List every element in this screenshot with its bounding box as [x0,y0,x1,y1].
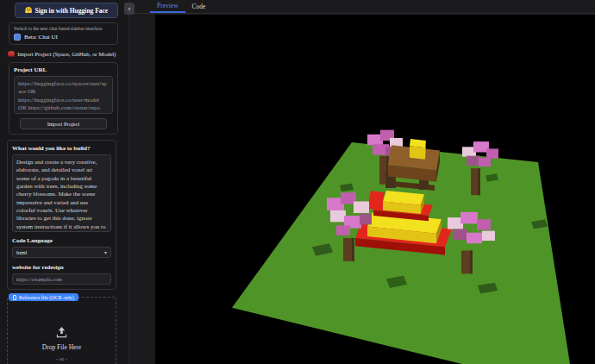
project-url-label: Project URL [14,66,113,73]
toolbox-icon: 🧰 [8,50,15,57]
chevron-down-icon: ▾ [104,249,107,255]
drop-or-text: - or - [56,355,67,361]
reference-file-badge[interactable]: Reference file (OCR only) [9,293,78,301]
file-dropzone[interactable]: Drop File Here - or - Click to Upload [7,297,116,364]
sidebar: 🤗 Sign in with Hugging Face Switch to th… [0,0,129,364]
sidebar-collapse-button[interactable]: ‹ [124,3,135,15]
main-area: Preview Code [129,0,595,364]
project-url-input[interactable] [14,76,113,114]
import-project-button[interactable]: Import Project [20,118,107,129]
build-group: What would you like to build? Design and… [7,140,116,290]
import-project-heading: 🧰 Import Project (Space, GitHub, or Mode… [8,50,120,57]
tab-code[interactable]: Code [185,0,213,13]
reference-file-section: Reference file (OCR only) Drop File Here… [7,297,116,364]
code-language-select[interactable]: html ▾ [12,247,111,258]
build-label: What would you like to build? [12,145,111,152]
redesign-url-input[interactable] [12,273,111,285]
file-icon [13,295,16,300]
reference-badge-label: Reference file (OCR only) [19,295,74,300]
code-language-label: Code Language [12,237,111,244]
build-prompt-input[interactable]: Design and create a very creative, elabo… [12,154,111,232]
upload-icon [55,327,68,338]
tab-bar: Preview Code [129,0,595,14]
beta-label: Beta: Chat UI [24,34,58,41]
tab-preview[interactable]: Preview [150,0,185,13]
signin-label: Sign in with Hugging Face [35,7,109,15]
project-url-group: Project URL Import Project [9,62,118,135]
drop-file-text: Drop File Here [42,343,81,351]
beta-checkbox[interactable] [14,34,21,41]
import-heading-label: Import Project (Space, GitHub, or Model) [17,51,116,57]
beta-note: Switch to the new chat-based sidebar int… [14,26,113,31]
voxel-scene [155,15,595,364]
beta-chat-ui-box: Switch to the new chat-based sidebar int… [9,22,118,45]
hugging-face-icon: 🤗 [25,7,33,14]
signin-button[interactable]: 🤗 Sign in with Hugging Face [15,3,118,18]
code-language-value: html [16,249,27,255]
redesign-label: website for redesign [12,264,111,271]
voxel-scene-canvas[interactable] [155,15,595,364]
